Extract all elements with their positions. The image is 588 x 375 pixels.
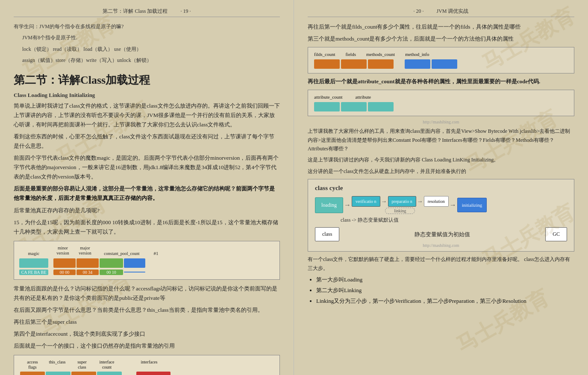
left-page-header: 第二节：详解 Class 加载过程 · 19 · — [14, 8, 280, 17]
qa-ops2: assign（赋值）store（存储）write（写入）unlock（解锁） — [22, 56, 280, 64]
bar-major — [76, 258, 99, 268]
bar-one — [124, 258, 145, 268]
bar-acount — [314, 102, 340, 111]
linking-boxes: verificatio n → preparatio n → resolutio… — [352, 196, 449, 207]
diagram1-bars — [19, 258, 274, 268]
para-3: 前面四个字节代表class文件的魔数magic，是固定的。后面两个字节代表小信部… — [14, 153, 280, 182]
bar-gap — [395, 59, 403, 69]
diagram2-labels: accessflags this_class superclass interf… — [20, 360, 273, 370]
bar-super — [71, 372, 96, 375]
class-arrow-text: class -> 静态变量赋默认值 — [341, 217, 567, 224]
para-11: 后面就是一个一个的接口，这个接口仍然存的是指向常量池的引用 — [14, 341, 280, 351]
verification-box: verificatio n — [352, 196, 380, 207]
resolution-label: resolution — [428, 199, 445, 204]
bar-gap — [123, 372, 135, 375]
hex-minor: 00 00 — [53, 270, 76, 275]
para-4: 后面是最重要的部分容易让人混淆，这部分是一个常量池，这常量池怎么存储它的结构呢？… — [14, 184, 280, 203]
diagram1-labels: magic minorversion majorversion constant… — [19, 246, 274, 256]
attr-bars — [314, 102, 568, 111]
bar-fields1 — [341, 59, 367, 69]
diagram1-hex: CA FE BA BE 00 00 00 34 00 10 — [19, 270, 274, 275]
label-minfo: method_info — [405, 52, 429, 57]
label-this: this_class — [45, 360, 70, 370]
class-label: class — [322, 231, 332, 237]
arrow3: → — [417, 198, 423, 205]
verification-label: verificatio n — [356, 199, 376, 204]
label-interfaces: interfaces — [132, 360, 166, 370]
label-magic: magic — [19, 251, 48, 256]
label-pool: constant_pool_count — [96, 251, 147, 256]
para-5: 后常量池真正存内容存的是几项呢? — [14, 206, 280, 215]
label-gap — [119, 360, 132, 370]
fields-labels: filds_count fields methods_count method_… — [314, 52, 568, 57]
bullet-2: 第二大步叫Linking — [316, 286, 574, 295]
label-minor: minorversion — [52, 246, 74, 256]
bar-magic — [19, 258, 48, 268]
right-para-5: 这是上节课我们讲过的内容，今天我们讲新的内容 Class Loading Lin… — [308, 155, 574, 164]
bar-access — [20, 372, 45, 375]
cycle-title: class cycle — [315, 185, 567, 192]
left-page-num: · 19 · — [181, 8, 191, 14]
bar-attr2 — [368, 102, 394, 111]
attr-diagram: attribute_count attribute — [308, 90, 574, 116]
url1: http://mashibing.com — [308, 120, 574, 124]
static-text: 静态变量赋值为初始值 — [339, 231, 545, 238]
cycle-flow: loading → verificatio n → preparatio n → — [315, 196, 567, 214]
bullet-list: 第一大步叫Loading 第二大步叫Linking Linking又分为三小步，… — [316, 275, 574, 306]
right-para-2: 第三个就是methods_count是有多少个方法，后面就是一个一个的方法他们具… — [308, 34, 574, 44]
right-para-7: 有一个class文件，它默默的躺在了硬盘上，需要经过一个什么样的过程才能到内存里… — [308, 255, 574, 272]
gc-label: GC — [553, 231, 560, 237]
bar-fcount — [314, 59, 340, 69]
qa-answer: JVM有8个指令是原子性. — [22, 33, 280, 42]
hex-magic: CA FE BA BE — [19, 270, 48, 275]
bar-icount — [97, 372, 122, 375]
qa-ops1: lock（锁定） read（读取） load（载入） use（使用） — [22, 45, 280, 53]
linking-label: linking — [385, 208, 415, 214]
section-subtitle: Class Loading Linking Initializing — [14, 92, 280, 99]
label-acount: attribute_count — [314, 94, 343, 100]
label-access: accessflags — [20, 360, 45, 370]
bar-this — [46, 372, 71, 375]
arrow2: → — [381, 198, 387, 205]
label-mcount: methods_count — [366, 52, 395, 57]
cycle-url: http://mashibing.com — [315, 243, 567, 248]
linking-text: linking — [394, 208, 406, 213]
loading-label: loading — [321, 202, 337, 208]
bar-fields2 — [368, 59, 394, 69]
section-title: 第二节：详解Class加载过程 — [14, 73, 280, 88]
resolution-box: resolution — [424, 196, 449, 207]
label-super: superclass — [70, 360, 94, 370]
para-10: 第四个是interfacecount，我这个类到底实现了多少接口 — [14, 329, 280, 339]
label-fcount: filds_count — [314, 52, 335, 57]
bar-pool — [100, 258, 123, 268]
bullet-1: 第一大步叫Loading — [316, 275, 574, 284]
bar-interfaces — [136, 372, 171, 375]
para-6: 15，为什么是15呢，因为前面长度的000 10转换成10进制，是16后面是长度… — [14, 218, 280, 237]
fields-diagram: filds_count fields methods_count method_… — [308, 47, 574, 73]
right-page-header: · 20 · JVM 调优实战 — [308, 8, 574, 17]
gc-box: GC — [545, 227, 567, 241]
hex-major: 00 34 — [76, 270, 99, 275]
right-para-4: 上节课我教了大家用什么样的工具，用来查询class里面内容，首先是View>Sh… — [308, 127, 574, 153]
para-9: 再往后第三个是super class — [14, 317, 280, 327]
preparation-box: preparatio n — [388, 196, 416, 207]
label-attr: attribute — [356, 94, 371, 100]
para-1: 简单说上课时我讲过了class文件的格式，这节课讲的是class文件怎么放进内存… — [14, 101, 280, 129]
left-page: 马士兵教育 马士兵教育 马士兵教育 马士兵教育 第二节：详解 Class 加载过… — [0, 0, 294, 375]
fields-bars — [314, 59, 568, 69]
right-page-num: · 20 · — [413, 8, 423, 14]
label-fields: fields — [346, 52, 356, 57]
attr-labels: attribute_count attribute — [314, 94, 568, 100]
cycle-diagram: class cycle loading → verificatio n → — [308, 179, 574, 252]
bar-mcount — [405, 59, 430, 69]
right-para-3: 再往后最后一个就是attribute_count就是存各种各样的属性，属性里面最… — [308, 77, 574, 86]
bullet-3: Linking又分为三小步，第一小步Verification，第二小步Prepa… — [316, 296, 574, 306]
para-2: 看到这些东西的时候，心里不怎么抵触了，class文件这个东西面试题现在还没有问过… — [14, 132, 280, 151]
bar-attr1 — [341, 102, 367, 111]
magic-diagram: magic minorversion majorversion constant… — [14, 241, 280, 280]
class-gc-row: class 静态变量赋值为初始值 GC — [315, 227, 567, 241]
para-7: 常量池后面跟的是什么？访问标记指的是什么呢？accessflags访问标记，访问… — [14, 284, 280, 303]
qa-question: 有学生问：JVM的每个指令在多线程是原子的嘛? — [14, 22, 280, 31]
hex-one — [124, 272, 145, 272]
hex-pool: 00 10 — [100, 270, 123, 275]
